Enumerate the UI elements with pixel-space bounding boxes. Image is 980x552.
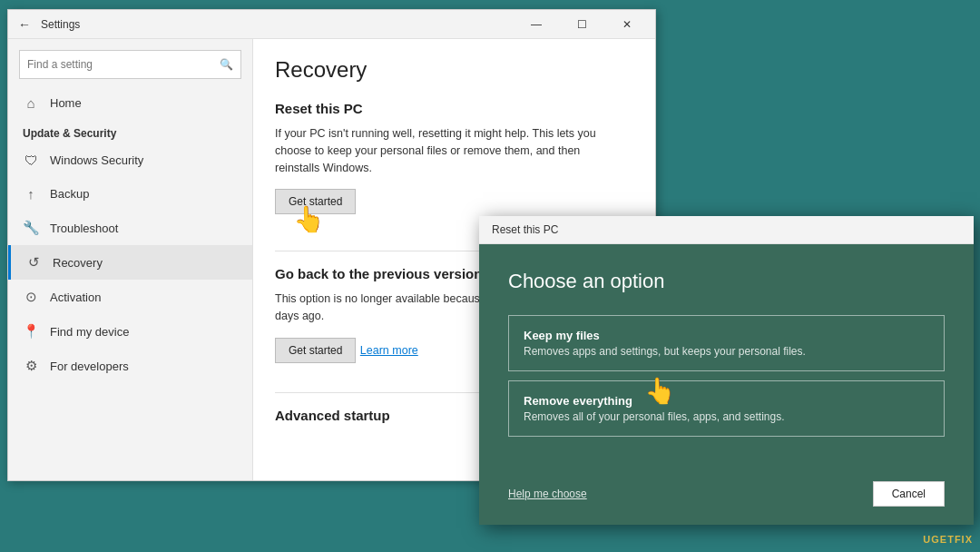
title-bar: ← Settings — ☐ ✕ xyxy=(8,10,655,39)
home-icon: ⌂ xyxy=(23,95,39,111)
sidebar-item-recovery-label: Recovery xyxy=(53,256,103,270)
developers-icon: ⚙ xyxy=(23,358,39,374)
troubleshoot-icon: 🔧 xyxy=(23,220,39,236)
reset-dialog: Reset this PC Choose an option Keep my f… xyxy=(479,216,974,525)
backup-icon: ↑ xyxy=(23,186,39,202)
window-controls: — ☐ ✕ xyxy=(515,10,648,39)
cancel-button[interactable]: Cancel xyxy=(873,481,945,507)
sidebar-item-backup-label: Backup xyxy=(50,187,89,201)
reset-section-title: Reset this PC xyxy=(275,101,633,116)
sidebar-item-for-developers[interactable]: ⚙ For developers xyxy=(8,349,252,383)
page-title: Recovery xyxy=(275,57,633,83)
sidebar-item-windows-security-label: Windows Security xyxy=(50,153,143,167)
watermark: UGETFIX xyxy=(923,534,973,545)
recovery-icon: ↺ xyxy=(25,254,42,271)
window-title: Settings xyxy=(41,18,515,31)
sidebar-section-label: Update & Security xyxy=(8,120,252,143)
sidebar-item-for-developers-label: For developers xyxy=(50,360,129,373)
option-keep-files[interactable]: Keep my files Removes apps and settings,… xyxy=(508,315,945,371)
option-remove-everything[interactable]: Remove everything Removes all of your pe… xyxy=(508,380,945,437)
sidebar-item-activation[interactable]: ⊙ Activation xyxy=(8,280,252,314)
activation-icon: ⊙ xyxy=(23,289,39,305)
sidebar-item-find-my-device[interactable]: 📍 Find my device xyxy=(8,314,252,349)
find-device-icon: 📍 xyxy=(23,323,39,340)
back-button[interactable]: ← xyxy=(15,15,34,34)
maximize-button[interactable]: ☐ xyxy=(561,10,603,39)
sidebar-item-troubleshoot-label: Troubleshoot xyxy=(50,222,118,235)
sidebar-item-troubleshoot[interactable]: 🔧 Troubleshoot xyxy=(8,211,252,245)
option-keep-files-title: Keep my files xyxy=(524,329,929,342)
search-input[interactable] xyxy=(27,58,220,71)
help-me-choose-link[interactable]: Help me choose xyxy=(508,488,587,500)
option-remove-everything-desc: Removes all of your personal files, apps… xyxy=(524,410,929,423)
shield-icon: 🛡 xyxy=(23,153,39,168)
close-button[interactable]: ✕ xyxy=(606,10,648,39)
sidebar-item-recovery[interactable]: ↺ Recovery xyxy=(8,245,252,280)
go-back-get-started-button[interactable]: Get started xyxy=(275,338,356,363)
dialog-footer: Help me choose Cancel xyxy=(508,468,945,507)
sidebar-item-activation-label: Activation xyxy=(50,291,101,304)
reset-description: If your PC isn't running well, resetting… xyxy=(275,125,620,176)
dialog-heading: Choose an option xyxy=(508,270,945,293)
sidebar-item-windows-security[interactable]: 🛡 Windows Security xyxy=(8,143,252,177)
option-remove-everything-title: Remove everything xyxy=(524,394,929,408)
search-icon: 🔍 xyxy=(220,58,233,71)
search-box[interactable]: 🔍 xyxy=(19,50,241,79)
sidebar-item-backup[interactable]: ↑ Backup xyxy=(8,177,252,211)
sidebar-item-home[interactable]: ⌂ Home xyxy=(8,86,252,120)
sidebar-item-home-label: Home xyxy=(50,96,82,110)
learn-more-link[interactable]: Learn more xyxy=(360,344,418,357)
minimize-button[interactable]: — xyxy=(515,10,557,39)
option-keep-files-desc: Removes apps and settings, but keeps you… xyxy=(524,345,929,358)
dialog-body: Choose an option Keep my files Removes a… xyxy=(479,244,974,525)
reset-get-started-button[interactable]: Get started xyxy=(275,189,356,214)
dialog-title-label: Reset this PC xyxy=(492,223,558,236)
sidebar: 🔍 ⌂ Home Update & Security 🛡 Windows Sec… xyxy=(8,39,253,480)
dialog-title-bar: Reset this PC xyxy=(479,216,974,244)
sidebar-item-find-my-device-label: Find my device xyxy=(50,325,129,339)
watermark-text: UGETFIX xyxy=(923,534,973,545)
